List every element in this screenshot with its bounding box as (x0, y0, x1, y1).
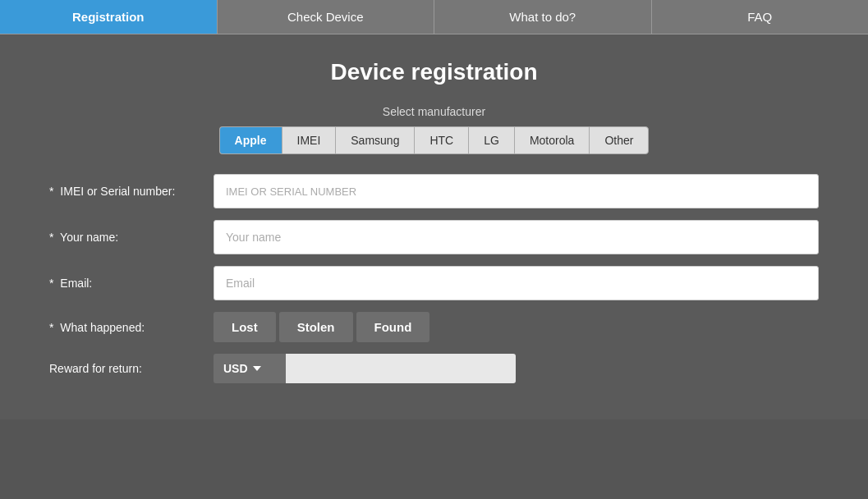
name-label: * Your name: (49, 231, 214, 244)
reward-row: Reward for return: USD (49, 354, 819, 383)
imei-required-star: * (49, 185, 53, 198)
imei-row: * IMEI or Serial number: (49, 174, 819, 208)
tab-faq[interactable]: FAQ (652, 0, 869, 34)
mfr-tab-htc[interactable]: HTC (414, 126, 468, 154)
reward-label: Reward for return: (49, 362, 214, 375)
imei-label: * IMEI or Serial number: (49, 185, 214, 198)
tab-check-device[interactable]: Check Device (218, 0, 435, 34)
mfr-tab-lg[interactable]: LG (468, 126, 514, 154)
nav-tabs: Registration Check Device What to do? FA… (0, 0, 868, 34)
tab-registration[interactable]: Registration (0, 0, 218, 34)
name-required-star: * (49, 231, 53, 244)
happened-buttons: Lost Stolen Found (214, 312, 429, 342)
chevron-down-icon (253, 366, 261, 371)
name-input[interactable] (214, 220, 819, 254)
happened-found-button[interactable]: Found (356, 312, 430, 342)
email-required-star: * (49, 277, 53, 290)
manufacturer-tabs: Apple IMEI Samsung HTC LG Motorola Other (49, 126, 819, 154)
reward-select-wrapper: USD (214, 354, 516, 383)
main-content: Device registration Select manufacturer … (0, 34, 868, 419)
happened-label: * What happened: (49, 321, 214, 334)
happened-stolen-button[interactable]: Stolen (279, 312, 353, 342)
name-row: * Your name: (49, 220, 819, 254)
reward-amount-input[interactable] (286, 354, 516, 383)
happened-lost-button[interactable]: Lost (214, 312, 276, 342)
mfr-tab-samsung[interactable]: Samsung (335, 126, 414, 154)
happened-row: * What happened: Lost Stolen Found (49, 312, 819, 342)
happened-required-star: * (49, 321, 53, 334)
tab-what-to-do[interactable]: What to do? (434, 0, 652, 34)
email-input[interactable] (214, 266, 819, 300)
mfr-tab-apple[interactable]: Apple (219, 126, 282, 154)
email-label: * Email: (49, 277, 214, 290)
mfr-tab-imei[interactable]: IMEI (282, 126, 336, 154)
select-manufacturer-label: Select manufacturer (49, 105, 819, 118)
email-row: * Email: (49, 266, 819, 300)
currency-label: USD (223, 362, 248, 375)
mfr-tab-other[interactable]: Other (589, 126, 649, 154)
imei-input[interactable] (214, 174, 819, 208)
currency-selector[interactable]: USD (214, 354, 286, 383)
page-title: Device registration (49, 59, 819, 85)
mfr-tab-motorola[interactable]: Motorola (514, 126, 589, 154)
